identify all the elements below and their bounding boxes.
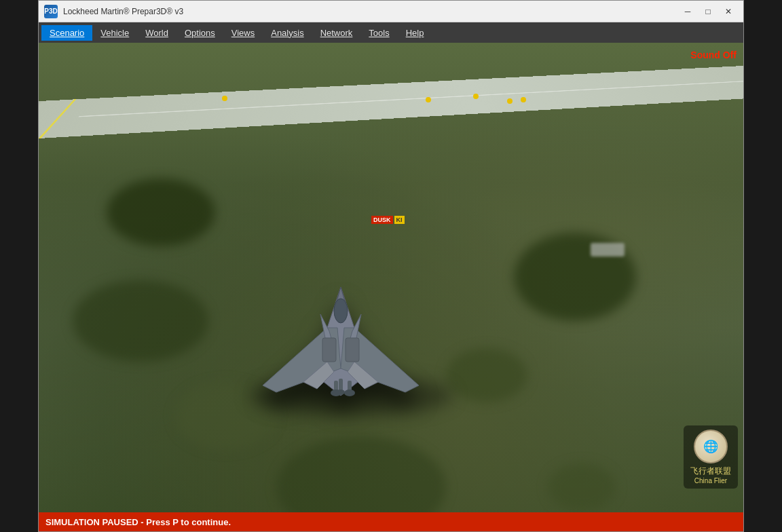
watermark: 🌐 飞行者联盟 China Flier (684, 425, 738, 489)
statusbar: SIMULATION PAUSED - Press P to continue. (39, 512, 743, 531)
menu-options[interactable]: Options (176, 25, 223, 41)
app-icon: P3D (44, 5, 58, 18)
hud-waypoint-label: DUSK KI (371, 216, 405, 224)
simulation-status: SIMULATION PAUSED - Press P to continue. (45, 517, 231, 527)
menu-vehicle[interactable]: Vehicle (92, 25, 137, 41)
svg-point-8 (334, 299, 348, 323)
terrain-detail (107, 178, 215, 246)
svg-rect-9 (322, 338, 336, 362)
runway-object (591, 243, 625, 256)
close-button[interactable]: ✕ (719, 5, 738, 18)
sound-status: Sound Off (690, 50, 737, 60)
menu-network[interactable]: Network (312, 25, 361, 41)
simulation-viewport: DUSK KI Sound Off 🌐 飞行者联盟 China Flier (39, 43, 743, 512)
menu-views[interactable]: Views (223, 25, 263, 41)
svg-point-14 (344, 390, 355, 396)
svg-point-16 (337, 390, 345, 395)
window-title: Lockheed Martin® Prepar3D® v3 (63, 7, 678, 16)
aircraft-svg (222, 273, 460, 409)
menu-tools[interactable]: Tools (360, 25, 397, 41)
window-controls: ─ □ ✕ (678, 5, 738, 18)
menubar: Scenario Vehicle World Options Views Ana… (39, 22, 743, 43)
maximize-button[interactable]: □ (699, 5, 718, 18)
svg-rect-10 (346, 338, 359, 362)
terrain-detail (73, 280, 208, 362)
aircraft (222, 273, 460, 409)
watermark-english: China Flier (694, 477, 727, 484)
hud-label-sub: KI (394, 216, 405, 224)
menu-help[interactable]: Help (398, 25, 432, 41)
menu-world[interactable]: World (137, 25, 176, 41)
ground-marker (507, 98, 513, 104)
ground-marker (521, 97, 526, 102)
titlebar: P3D Lockheed Martin® Prepar3D® v3 ─ □ ✕ (39, 1, 743, 22)
ground-marker (222, 96, 227, 101)
minimize-button[interactable]: ─ (678, 5, 697, 18)
runway-edge-marker-left (39, 99, 77, 138)
watermark-chinese: 飞行者联盟 (690, 466, 731, 477)
hud-label-text: DUSK (371, 216, 393, 224)
menu-analysis[interactable]: Analysis (263, 25, 312, 41)
ground-marker (473, 94, 479, 99)
watermark-icon: 🌐 (703, 439, 718, 454)
ground-marker (426, 97, 431, 102)
menu-scenario[interactable]: Scenario (41, 25, 92, 41)
watermark-logo: 🌐 (694, 430, 728, 463)
main-window: P3D Lockheed Martin® Prepar3D® v3 ─ □ ✕ … (38, 0, 744, 532)
terrain-detail (548, 463, 616, 511)
